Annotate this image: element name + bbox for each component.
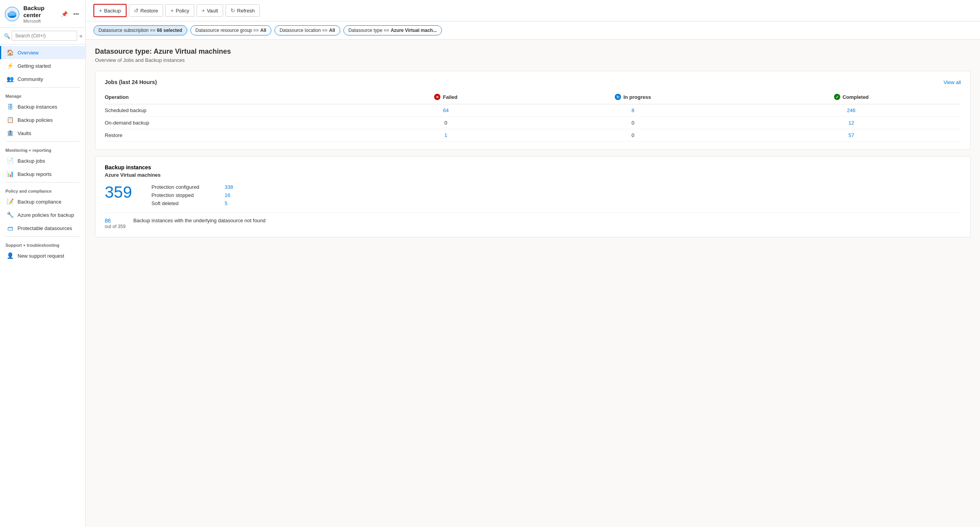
in-progress-cell: 0: [524, 117, 746, 129]
completed-status-icon: ✓: [834, 94, 840, 100]
sidebar-item-backup-instances[interactable]: 🗄 Backup instances: [0, 100, 85, 113]
instances-footer: 86 out of 359 Backup instances with the …: [105, 213, 961, 229]
sidebar: Backup center Microsoft 📌 ••• 🔍 « 🏠 Over…: [0, 0, 86, 527]
filter-type-label: Datasource type ==: [348, 28, 389, 33]
collapse-sidebar-button[interactable]: «: [79, 32, 83, 40]
policy-button[interactable]: + Policy: [165, 4, 194, 17]
completed-value-link[interactable]: 246: [847, 107, 856, 113]
search-input[interactable]: [12, 31, 77, 41]
page-body: Datasource type: Azure Virtual machines …: [86, 40, 980, 527]
main-content: + Backup ↺ Restore + Policy + Vault ↻ Re…: [86, 0, 980, 527]
sidebar-item-label: Community: [18, 76, 43, 82]
backup-reports-icon: 📊: [7, 170, 14, 177]
sidebar-item-label: Backup instances: [18, 104, 57, 110]
sidebar-header: Backup center Microsoft 📌 •••: [0, 0, 85, 28]
sidebar-item-label: Getting started: [18, 63, 51, 69]
protection-configured-value[interactable]: 338: [225, 184, 233, 190]
getting-started-icon: ⚡: [7, 62, 14, 69]
vault-button[interactable]: + Vault: [197, 4, 223, 17]
total-count[interactable]: 359: [105, 184, 136, 200]
operation-cell: On-demand backup: [105, 117, 372, 129]
overview-icon: 🏠: [7, 49, 14, 56]
search-icon: 🔍: [4, 33, 10, 39]
sidebar-item-protectable-datasources[interactable]: 🗃 Protectable datasources: [0, 221, 85, 235]
sidebar-nav: 🏠 Overview ⚡ Getting started 👥 Community…: [0, 44, 85, 527]
operation-cell: Scheduled backup: [105, 104, 372, 117]
view-all-link[interactable]: View all: [943, 79, 961, 85]
sidebar-item-overview[interactable]: 🏠 Overview: [0, 46, 85, 59]
table-row: On-demand backup 0 0 12: [105, 117, 961, 129]
sidebar-item-backup-jobs[interactable]: 📄 Backup jobs: [0, 154, 85, 167]
footer-count-link[interactable]: 86: [105, 218, 125, 224]
refresh-button[interactable]: ↻ Refresh: [225, 4, 260, 17]
instances-vm-label: Azure Virtual machines: [105, 172, 961, 178]
sidebar-item-label: Backup compliance: [18, 199, 62, 205]
sidebar-item-new-support[interactable]: 👤 New support request: [0, 249, 85, 262]
section-label-support: Support + troubleshooting: [0, 238, 85, 249]
operation-cell: Restore: [105, 129, 372, 142]
completed-value-link[interactable]: 12: [848, 120, 854, 126]
detail-row: Protection configured 338: [151, 184, 961, 190]
col-header-in-progress: ↻ In progress: [524, 91, 746, 104]
filter-subscription-value: 66 selected: [157, 28, 182, 33]
instances-body: 359 Protection configured 338 Protection…: [105, 184, 961, 206]
backup-compliance-icon: 📝: [7, 198, 14, 205]
backup-instances-icon: 🗄: [7, 103, 14, 110]
failed-cell: 0: [372, 117, 524, 129]
vault-plus-icon: +: [202, 7, 205, 14]
completed-cell: 12: [746, 117, 961, 129]
app-subtitle: Microsoft: [23, 19, 56, 23]
instances-card-title: Backup instances: [105, 164, 961, 170]
protectable-datasources-icon: 🗃: [7, 225, 14, 232]
filter-datasource-type[interactable]: Datasource type == Azure Virtual mach...: [343, 25, 442, 35]
page-subtitle: Overview of Jobs and Backup instances: [95, 57, 971, 63]
section-label-policy: Policy and compliance: [0, 184, 85, 195]
col-header-operation: Operation: [105, 91, 372, 104]
sidebar-item-getting-started[interactable]: ⚡ Getting started: [0, 59, 85, 72]
protection-stopped-value[interactable]: 16: [225, 192, 230, 198]
protection-stopped-label: Protection stopped: [151, 192, 222, 198]
in-progress-value-link[interactable]: 8: [632, 107, 634, 113]
filter-subscription[interactable]: Datasource subscription == 66 selected: [93, 25, 187, 35]
sidebar-item-backup-policies[interactable]: 📋 Backup policies: [0, 113, 85, 126]
table-row: Restore 1 0 57: [105, 129, 961, 142]
completed-value-link[interactable]: 57: [848, 132, 854, 138]
restore-icon: ↺: [134, 7, 139, 14]
app-title: Backup center: [23, 5, 56, 19]
restore-button[interactable]: ↺ Restore: [129, 4, 164, 17]
sidebar-item-backup-compliance[interactable]: 📝 Backup compliance: [0, 195, 85, 208]
jobs-card: Jobs (last 24 Hours) View all Operation …: [95, 71, 971, 150]
sidebar-item-label: Vaults: [18, 130, 31, 136]
failed-value-link[interactable]: 1: [445, 132, 447, 138]
footer-count-sub: out of 359: [105, 224, 125, 229]
completed-cell: 246: [746, 104, 961, 117]
filter-rg-label: Datasource resource group ==: [195, 28, 259, 33]
footer-description: Backup instances with the underlying dat…: [133, 218, 266, 223]
detail-row: Protection stopped 16: [151, 192, 961, 198]
soft-deleted-label: Soft deleted: [151, 200, 222, 206]
filter-resource-group[interactable]: Datasource resource group == All: [190, 25, 271, 35]
more-button[interactable]: •••: [72, 10, 81, 18]
filter-rg-value: All: [260, 28, 266, 33]
sidebar-item-community[interactable]: 👥 Community: [0, 72, 85, 86]
pin-button[interactable]: 📌: [60, 10, 69, 18]
in-progress-cell: 8: [524, 104, 746, 117]
soft-deleted-value[interactable]: 5: [225, 200, 227, 206]
in-progress-value: 0: [632, 120, 634, 126]
refresh-icon: ↻: [230, 7, 235, 14]
filter-loc-label: Datasource location ==: [280, 28, 327, 33]
filter-bar: Datasource subscription == 66 selected D…: [86, 21, 980, 40]
failed-cell: 1: [372, 129, 524, 142]
backup-button[interactable]: + Backup: [93, 4, 127, 17]
failed-value-link[interactable]: 64: [443, 107, 449, 113]
community-icon: 👥: [7, 76, 14, 83]
backup-policies-icon: 📋: [7, 116, 14, 123]
filter-location[interactable]: Datasource location == All: [274, 25, 340, 35]
table-row: Scheduled backup 64 8 246: [105, 104, 961, 117]
col-header-completed: ✓ Completed: [746, 91, 961, 104]
completed-cell: 57: [746, 129, 961, 142]
sidebar-item-azure-policies[interactable]: 🔧 Azure policies for backup: [0, 208, 85, 221]
app-logo-icon: [5, 7, 19, 21]
sidebar-item-vaults[interactable]: 🏦 Vaults: [0, 126, 85, 140]
sidebar-item-backup-reports[interactable]: 📊 Backup reports: [0, 167, 85, 181]
